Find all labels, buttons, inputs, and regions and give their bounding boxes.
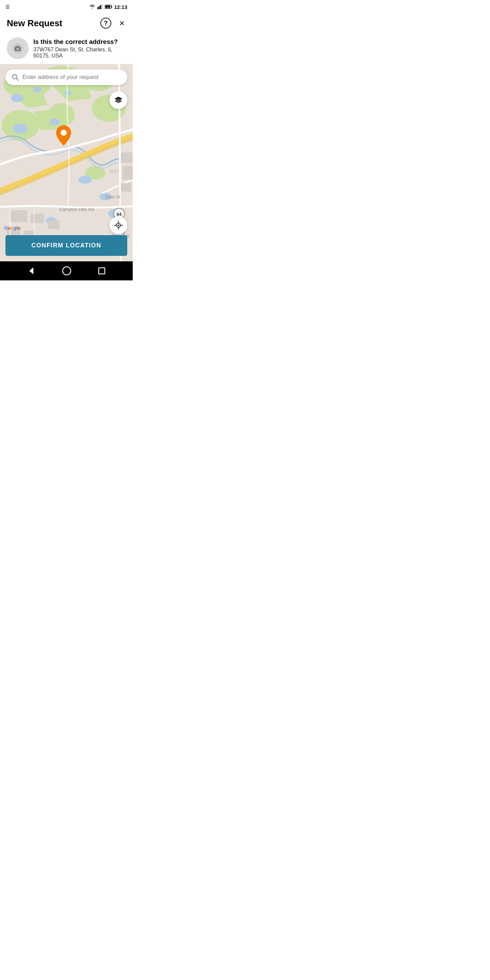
home-icon [62,266,72,275]
camera-icon: + [12,43,23,54]
svg-text:Dean St: Dean St [105,195,121,199]
svg-rect-46 [48,221,60,229]
status-right: ⚡ 12:13 [89,4,127,10]
back-icon [27,266,36,275]
svg-point-30 [78,176,92,184]
gps-icon [114,221,123,230]
header: New Request ? × [0,12,133,34]
svg-text:Campton Hills Rd: Campton Hills Rd [60,207,94,212]
address-search-input[interactable] [22,74,121,81]
svg-rect-5 [111,6,112,8]
svg-point-58 [118,224,119,226]
notification-icon: ☰ [5,4,10,10]
signal-icon [97,5,103,9]
svg-rect-3 [102,5,102,9]
time-display: 12:13 [115,4,127,10]
home-nav-button[interactable] [59,263,74,278]
svg-rect-65 [99,268,105,274]
google-watermark: Google [4,225,21,231]
search-bar[interactable] [5,69,127,85]
svg-point-28 [13,124,28,134]
svg-point-29 [49,118,60,125]
address-value: 37W767 Dean St, St. Charles, IL 60175, U… [33,47,126,59]
svg-text:+: + [15,45,17,48]
address-info: Is this the correct address? 37W767 Dean… [33,38,126,59]
navigation-bar [0,261,133,280]
map-layer-button[interactable] [110,91,127,109]
svg-point-25 [11,94,23,102]
svg-rect-1 [99,6,100,9]
svg-rect-45 [30,214,44,223]
search-icon [11,73,19,81]
location-pin-icon [55,125,73,146]
svg-point-27 [65,91,72,95]
svg-rect-44 [10,210,27,222]
svg-rect-0 [97,7,98,9]
address-banner: + Is this the correct address? 37W767 De… [0,34,133,64]
svg-text:⚡: ⚡ [107,6,109,9]
map-container[interactable]: 64 38 Campton Hills Rd Dean St Randall R… [0,64,133,261]
svg-marker-63 [29,267,33,274]
status-left: ☰ [5,4,10,10]
wifi-icon [89,5,95,9]
layers-icon [114,95,123,105]
svg-point-12 [17,48,19,50]
svg-marker-55 [115,99,123,103]
battery-icon: ⚡ [105,5,112,9]
svg-point-64 [63,267,71,275]
confirm-location-button[interactable]: CONFIRM LOCATION [5,235,127,256]
status-bar: ☰ ⚡ 12:13 [0,0,133,12]
gps-location-button[interactable] [110,216,127,234]
svg-point-56 [60,130,67,136]
svg-rect-51 [121,183,131,192]
svg-rect-50 [121,153,133,163]
recent-icon [97,266,106,275]
back-nav-button[interactable] [24,263,39,278]
svg-rect-2 [100,5,101,9]
svg-rect-11 [16,46,19,47]
page-title: New Request [7,18,62,29]
recent-nav-button[interactable] [95,264,109,278]
svg-rect-49 [123,166,133,180]
svg-point-26 [33,87,41,92]
help-button[interactable]: ? [99,16,113,30]
close-icon: × [119,19,124,27]
svg-line-53 [16,78,18,80]
camera-avatar: + [7,37,29,59]
svg-text:64: 64 [117,212,122,217]
svg-text:Wild: Wild [110,169,119,174]
address-question: Is this the correct address? [33,38,126,46]
map-pin [55,125,73,147]
close-button[interactable]: × [118,18,126,29]
help-icon: ? [100,18,111,29]
header-actions: ? × [99,16,126,30]
